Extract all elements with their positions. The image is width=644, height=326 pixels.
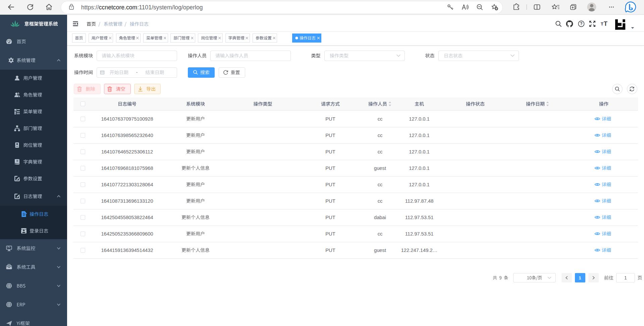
svg-text:1644159136394514432: 1644159136394514432 (101, 248, 153, 253)
svg-text:1: 1 (624, 275, 627, 280)
svg-text:https://ccnetcore.com:1101/sys: https://ccnetcore.com:1101/system/log/op… (81, 4, 203, 11)
svg-text:T: T (601, 21, 603, 26)
svg-text:cc: cc (378, 198, 383, 204)
svg-text:?: ? (580, 21, 582, 26)
svg-text:127.0.0.1: 127.0.0.1 (409, 116, 429, 122)
svg-text:127.0.0.1: 127.0.0.1 (409, 182, 429, 187)
svg-text:112.97.87.48: 112.97.87.48 (405, 198, 434, 204)
svg-text:PUT: PUT (325, 215, 335, 220)
svg-text:guest: guest (374, 166, 386, 171)
svg-text:1641076465225306112: 1641076465225306112 (101, 149, 153, 154)
svg-text:1641076370975100928: 1641076370975100928 (101, 116, 153, 122)
svg-text:guest: guest (374, 248, 386, 253)
svg-text:PUT: PUT (325, 231, 335, 237)
svg-text:1641087313696133120: 1641087313696133120 (101, 198, 153, 204)
svg-text:PUT: PUT (325, 133, 335, 138)
svg-text:cc: cc (378, 149, 383, 154)
svg-text:PUT: PUT (325, 149, 335, 154)
svg-text:1642504558053822464: 1642504558053822464 (101, 215, 153, 220)
svg-text:112.97.53.51: 112.97.53.51 (405, 215, 434, 220)
svg-text:cc: cc (378, 182, 383, 187)
svg-text:127.0.0.1: 127.0.0.1 (409, 133, 429, 138)
svg-text:PUT: PUT (325, 166, 335, 171)
svg-text:1642505235366809600: 1642505235366809600 (101, 231, 153, 237)
svg-text:cc: cc (378, 231, 383, 237)
svg-text:127.0.0.1: 127.0.0.1 (409, 149, 429, 154)
svg-text:1641076398565232640: 1641076398565232640 (101, 133, 153, 138)
svg-text:cc: cc (378, 116, 383, 122)
svg-text:PUT: PUT (325, 248, 335, 253)
svg-text:dabai: dabai (374, 215, 386, 220)
svg-text:1641076968181075968: 1641076968181075968 (101, 166, 153, 171)
svg-text:T: T (604, 20, 607, 27)
svg-text:cc: cc (378, 133, 383, 138)
svg-text:122.247.149.2…: 122.247.149.2… (401, 248, 438, 253)
svg-text:1: 1 (579, 275, 581, 280)
svg-text:1641077221303128064: 1641077221303128064 (101, 182, 153, 187)
svg-text:PUT: PUT (325, 116, 335, 122)
svg-text:112.97.53.51: 112.97.53.51 (405, 231, 434, 237)
svg-text:PUT: PUT (325, 198, 335, 204)
svg-text:127.0.0.1: 127.0.0.1 (409, 166, 429, 171)
svg-text:PUT: PUT (325, 182, 335, 187)
